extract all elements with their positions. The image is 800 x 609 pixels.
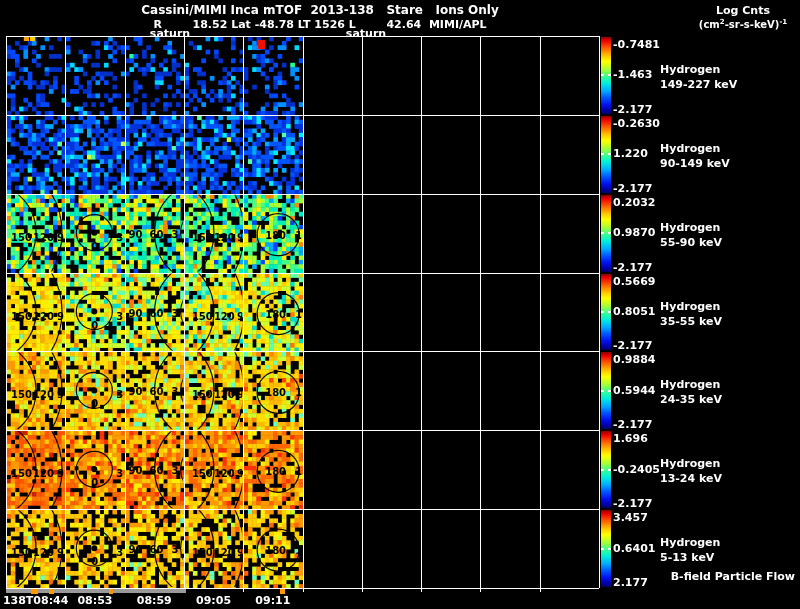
ephemeris-line: R 18.52 Lat -48.78 LT 1526 L 42.64 MIMI/…: [0, 18, 640, 31]
mimi-display-screen: Cassini/MIMI Inca mTOF 2013-138 Stare Io…: [0, 0, 800, 609]
channel-name-2: Hydrogen: [660, 220, 720, 235]
colorbar-midtick-r-5: [608, 469, 611, 471]
scale-bottom-3: -2.177: [613, 339, 652, 352]
time-tick-2: 08:59: [137, 594, 172, 607]
scale-bottom-0: -2.177: [613, 103, 652, 116]
scale-bottom-2: -2.177: [613, 261, 652, 274]
channel-energy-2: 55-90 keV: [660, 235, 722, 250]
colorbar-midtick-l-2: [601, 232, 604, 234]
scale-mid-4: 0.5944: [613, 384, 655, 397]
axis-sun-marker-2: [109, 589, 113, 594]
scale-mid-2: 0.9870: [613, 226, 655, 239]
time-tick-3: 09:05: [196, 594, 231, 607]
colorbar-midtick-l-5: [601, 469, 604, 471]
colorbar-midtick-l-4: [601, 390, 604, 392]
scale-bottom-5: -2.177: [613, 497, 652, 510]
colorbar-midtick-r-1: [608, 153, 611, 155]
scale-top-5: 1.696: [613, 432, 648, 445]
channel-name-3: Hydrogen: [660, 299, 720, 314]
scale-top-3: 0.5669: [613, 275, 655, 288]
colorbar-midtick-l-3: [601, 311, 604, 313]
scale-mid-5: -0.2405: [613, 463, 660, 476]
colorbar-midtick-r-2: [608, 232, 611, 234]
channel-energy-0: 149-227 keV: [660, 77, 737, 92]
scale-bottom-6: 2.177: [613, 576, 648, 589]
scale-top-0: -0.7481: [613, 38, 660, 51]
colorbar-midtick-l-1: [601, 153, 604, 155]
channel-energy-6: 5-13 keV: [660, 550, 714, 565]
scale-mid-0: -1.463: [613, 68, 652, 81]
scale-top-1: -0.2630: [613, 117, 660, 130]
bfield-particle-flow-label: B-field Particle Flow: [671, 570, 795, 583]
channel-energy-5: 13-24 keV: [660, 471, 722, 486]
colorbar-midtick-r-6: [608, 548, 611, 550]
time-tick-0: 138T08:44: [3, 594, 68, 607]
channel-name-4: Hydrogen: [660, 377, 720, 392]
colorbar-midtick-l-6: [601, 548, 604, 550]
scale-mid-1: 1.220: [613, 147, 648, 160]
scale-top-6: 3.457: [613, 511, 648, 524]
channel-energy-3: 35-55 keV: [660, 314, 722, 329]
axis-sun-marker-3: [280, 589, 285, 594]
scale-top-2: 0.2032: [613, 196, 655, 209]
channel-name-5: Hydrogen: [660, 456, 720, 471]
colorbar-units-formula: (cm2-sr-s-keV)-1: [686, 18, 800, 30]
channel-name-1: Hydrogen: [660, 141, 720, 156]
scale-bottom-1: -2.177: [613, 182, 652, 195]
scale-bottom-4: -2.177: [613, 418, 652, 431]
axis-sun-marker-1: [49, 589, 54, 594]
colorbar-units-title: Log Cnts: [688, 4, 798, 17]
axis-sun-marker-0: [31, 589, 38, 594]
channel-name-0: Hydrogen: [660, 62, 720, 77]
colorbar-midtick-r-0: [608, 74, 611, 76]
channel-name-6: Hydrogen: [660, 535, 720, 550]
scale-mid-3: 0.8051: [613, 305, 655, 318]
colorbar-midtick-r-3: [608, 311, 611, 313]
colorbar-midtick-r-4: [608, 390, 611, 392]
page-title: Cassini/MIMI Inca mTOF 2013-138 Stare Io…: [0, 3, 640, 17]
channel-energy-1: 90-149 keV: [660, 156, 730, 171]
channel-energy-4: 24-35 keV: [660, 392, 722, 407]
time-tick-4: 09:11: [255, 594, 290, 607]
colorbar-midtick-l-0: [601, 74, 604, 76]
scale-mid-6: 0.6401: [613, 542, 655, 555]
time-tick-1: 08:53: [77, 594, 112, 607]
saturn-label-1: saturn: [346, 27, 386, 40]
saturn-label-0: saturn: [150, 27, 190, 40]
scale-top-4: 0.9884: [613, 353, 655, 366]
